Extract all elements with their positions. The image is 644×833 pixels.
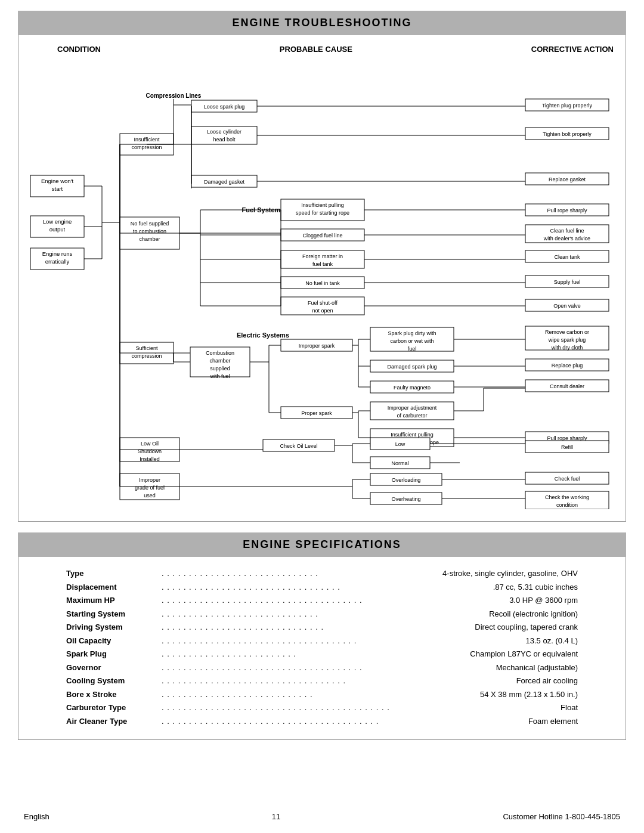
spec-value: Mechanical (adjustable) [496, 662, 578, 674]
svg-text:Fuel shut-off: Fuel shut-off [308, 300, 338, 306]
svg-text:Low Oil: Low Oil [141, 441, 159, 447]
spec-row: Displacement . . . . . . . . . . . . . .… [66, 581, 578, 593]
col-header-action: CORRECTIVE ACTION [531, 45, 614, 54]
svg-text:Check fuel: Check fuel [555, 476, 580, 482]
spec-dots: . . . . . . . . . . . . . . . . . . . . … [162, 662, 496, 674]
svg-text:Supply fuel: Supply fuel [554, 279, 581, 285]
svg-text:Tighten bolt properly: Tighten bolt properly [543, 131, 592, 137]
spec-label: Air Cleaner Type [66, 716, 162, 727]
svg-text:condition: condition [556, 502, 578, 508]
spec-dots: . . . . . . . . . . . . . . . . . . . . … [162, 716, 528, 727]
page: ENGINE TROUBLESHOOTING CONDITION PROBABL… [0, 0, 644, 833]
svg-text:Damaged spark plug: Damaged spark plug [387, 364, 436, 370]
svg-text:Electric Systems: Electric Systems [237, 332, 289, 339]
svg-text:Tighten plug properly: Tighten plug properly [542, 103, 593, 109]
svg-text:Replace gasket: Replace gasket [549, 176, 586, 182]
spec-value: Foam element [528, 716, 578, 727]
svg-text:wipe spark plug: wipe spark plug [548, 337, 586, 343]
spec-label: Bore x Stroke [66, 689, 162, 701]
specs-area: ENGINE SPECIFICATIONS Type . . . . . . .… [18, 532, 626, 740]
col-header-condition: CONDITION [57, 45, 101, 54]
svg-text:speed for starting rope: speed for starting rope [296, 210, 349, 216]
spec-value: 13.5 oz. (0.4 L) [526, 635, 578, 647]
svg-text:Installed: Installed [140, 456, 160, 462]
spec-label: Displacement [66, 581, 162, 593]
spec-dots: . . . . . . . . . . . . . . . . . . . . … [162, 608, 489, 620]
svg-text:start: start [52, 185, 63, 192]
svg-text:fuel: fuel [408, 346, 417, 352]
svg-text:Open valve: Open valve [553, 303, 581, 309]
svg-text:Remove carbon or: Remove carbon or [545, 329, 589, 335]
svg-text:of carburetor: of carburetor [397, 413, 427, 419]
svg-text:Loose spark plug: Loose spark plug [204, 104, 245, 110]
svg-text:Normal: Normal [391, 460, 408, 466]
svg-text:Engine won't: Engine won't [41, 178, 73, 184]
svg-text:Insufficient pulling: Insufficient pulling [391, 432, 433, 438]
svg-text:with dry cloth: with dry cloth [551, 345, 583, 351]
svg-text:compression: compression [131, 144, 162, 150]
svg-text:No fuel in tank: No fuel in tank [305, 280, 340, 286]
svg-text:Refill: Refill [561, 444, 573, 450]
svg-text:Damaged gasket: Damaged gasket [204, 179, 245, 185]
spec-value: Recoil (electronic ignition) [489, 608, 578, 620]
svg-text:Engine runs: Engine runs [42, 250, 73, 257]
svg-text:with dealer's advice: with dealer's advice [543, 236, 590, 241]
svg-text:Combustion: Combustion [206, 350, 234, 356]
spec-label: Driving System [66, 621, 162, 633]
spec-row: Oil Capacity . . . . . . . . . . . . . .… [66, 635, 578, 647]
svg-text:Sufficient: Sufficient [136, 345, 158, 351]
spec-dots: . . . . . . . . . . . . . . . . . . . . … [162, 635, 526, 647]
svg-text:Low engine: Low engine [43, 218, 72, 225]
svg-text:head bolt: head bolt [213, 137, 236, 143]
spec-dots: . . . . . . . . . . . . . . . . . . . . … [162, 702, 561, 714]
specs-content: Type . . . . . . . . . . . . . . . . . .… [18, 557, 626, 740]
spec-dots: . . . . . . . . . . . . . . . . . . . . … [162, 675, 516, 687]
spec-value: Champion L87YC or equivalent [470, 648, 578, 660]
svg-text:Faulty magneto: Faulty magneto [394, 385, 431, 391]
spec-row: Air Cleaner Type . . . . . . . . . . . .… [66, 716, 578, 727]
svg-text:Compression Lines: Compression Lines [146, 92, 202, 99]
svg-text:Overheating: Overheating [391, 496, 420, 502]
svg-text:fuel tank: fuel tank [312, 261, 333, 267]
svg-text:Clean tank: Clean tank [554, 254, 580, 260]
svg-text:Check Oil Level: Check Oil Level [280, 443, 317, 449]
svg-text:Loose cylinder: Loose cylinder [207, 129, 242, 135]
svg-text:Improper: Improper [139, 477, 160, 483]
spec-label: Maximum HP [66, 594, 162, 606]
svg-text:Check the working: Check the working [545, 494, 589, 500]
spec-label: Governor [66, 662, 162, 674]
spec-dots: . . . . . . . . . . . . . . . . . . . . … [162, 594, 509, 606]
svg-text:Proper spark: Proper spark [301, 410, 332, 416]
page-footer: English 11 Customer Hotline 1-800-445-18… [0, 800, 644, 833]
spec-row: Starting System . . . . . . . . . . . . … [66, 608, 578, 620]
svg-text:output: output [49, 226, 66, 233]
spec-value: Forced air cooling [516, 675, 578, 687]
svg-text:chamber: chamber [139, 236, 160, 242]
svg-text:with fuel: with fuel [209, 373, 230, 379]
troubleshooting-header: ENGINE TROUBLESHOOTING [18, 11, 626, 35]
flowchart: Engine won't start Low engine output Eng… [24, 56, 620, 509]
spec-row: Cooling System . . . . . . . . . . . . .… [66, 675, 578, 687]
svg-text:erratically: erratically [45, 258, 70, 265]
spec-row: Type . . . . . . . . . . . . . . . . . .… [66, 568, 578, 580]
svg-text:No fuel supplied: No fuel supplied [131, 221, 169, 227]
spec-value: .87 cc, 5.31 cubic inches [493, 581, 578, 593]
spec-value: 54 X 38 mm (2.13 x 1.50 in.) [480, 689, 578, 701]
spec-value: Direct coupling, tapered crank [475, 621, 578, 633]
svg-text:Low: Low [395, 441, 405, 447]
svg-text:Improper spark: Improper spark [299, 343, 335, 349]
spec-row: Maximum HP . . . . . . . . . . . . . . .… [66, 594, 578, 606]
svg-text:Pull rope sharply: Pull rope sharply [547, 208, 587, 213]
spec-label: Type [66, 568, 162, 580]
svg-text:Insufficient pulling: Insufficient pulling [301, 202, 343, 208]
spec-label: Oil Capacity [66, 635, 162, 647]
spec-value: 3.0 HP @ 3600 rpm [509, 594, 578, 606]
spec-value: 4-stroke, single cylinder, gasoline, OHV [442, 568, 578, 580]
spec-row: Driving System . . . . . . . . . . . . .… [66, 621, 578, 633]
svg-text:Overloading: Overloading [392, 477, 421, 483]
svg-text:Foreign matter in: Foreign matter in [302, 253, 343, 259]
svg-text:Insufficient: Insufficient [134, 137, 160, 143]
svg-text:Clogged fuel line: Clogged fuel line [302, 233, 342, 239]
svg-text:Replace plug: Replace plug [552, 363, 583, 368]
spec-row: Bore x Stroke . . . . . . . . . . . . . … [66, 689, 578, 701]
